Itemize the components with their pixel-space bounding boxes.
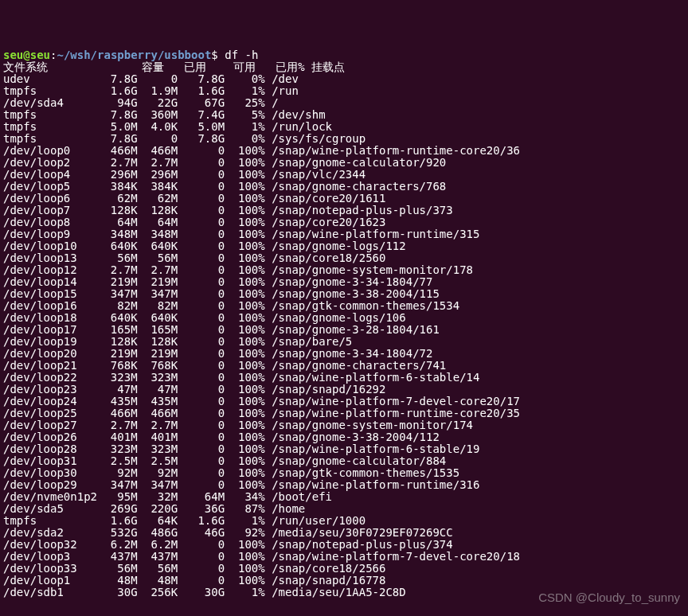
df-row: tmpfs 1.6G 64K 1.6G 1% /run/user/1000 <box>3 515 685 527</box>
df-row: /dev/loop32 6.2M 6.2M 0 100% /snap/notep… <box>3 539 685 551</box>
df-row: /dev/loop22 323M 323M 0 100% /snap/wine-… <box>3 372 685 384</box>
df-row: tmpfs 7.8G 0 7.8G 0% /sys/fs/cgroup <box>3 133 685 145</box>
df-row: /dev/loop12 2.7M 2.7M 0 100% /snap/gnome… <box>3 264 685 276</box>
df-row: /dev/loop1 48M 48M 0 100% /snap/snapd/16… <box>3 575 685 587</box>
df-row: tmpfs 7.8G 360M 7.4G 5% /dev/shm <box>3 109 685 121</box>
df-row: /dev/loop30 92M 92M 0 100% /snap/gtk-com… <box>3 467 685 479</box>
df-row: /dev/loop26 401M 401M 0 100% /snap/gnome… <box>3 431 685 443</box>
df-row: tmpfs 5.0M 4.0K 5.0M 1% /run/lock <box>3 121 685 133</box>
df-row: /dev/loop20 219M 219M 0 100% /snap/gnome… <box>3 348 685 360</box>
df-row: /dev/loop31 2.5M 2.5M 0 100% /snap/gnome… <box>3 455 685 467</box>
df-row: /dev/loop2 2.7M 2.7M 0 100% /snap/gnome-… <box>3 157 685 169</box>
df-row: /dev/loop10 640K 640K 0 100% /snap/gnome… <box>3 240 685 252</box>
prompt-path: ~/wsh/raspberry/usbboot <box>57 49 211 61</box>
df-row: /dev/loop14 219M 219M 0 100% /snap/gnome… <box>3 276 685 288</box>
df-row: /dev/loop24 435M 435M 0 100% /snap/wine-… <box>3 396 685 407</box>
df-row: /dev/loop27 2.7M 2.7M 0 100% /snap/gnome… <box>3 419 685 431</box>
df-row: /dev/nvme0n1p2 95M 32M 64M 34% /boot/efi <box>3 491 685 503</box>
df-row: /dev/loop19 128K 128K 0 100% /snap/bare/… <box>3 336 685 348</box>
df-row: /dev/sdb1 30G 256K 30G 1% /media/seu/1AA… <box>3 587 685 598</box>
terminal-output[interactable]: seu@seu:~/wsh/raspberry/usbboot$ df -h文件… <box>3 49 685 598</box>
df-row: /dev/loop0 466M 466M 0 100% /snap/wine-p… <box>3 145 685 157</box>
df-row: /dev/loop6 62M 62M 0 100% /snap/core20/1… <box>3 193 685 205</box>
prompt-host: seu <box>30 49 50 61</box>
command-text: df -h <box>225 49 258 61</box>
df-row: udev 7.8G 0 7.8G 0% /dev <box>3 73 685 85</box>
prompt-dollar: $ <box>211 49 225 61</box>
df-row: /dev/loop15 347M 347M 0 100% /snap/gnome… <box>3 288 685 300</box>
df-row: /dev/loop3 437M 437M 0 100% /snap/wine-p… <box>3 551 685 563</box>
df-row: /dev/loop21 768K 768K 0 100% /snap/gnome… <box>3 360 685 372</box>
df-row: /dev/loop9 348M 348M 0 100% /snap/wine-p… <box>3 228 685 240</box>
df-row: /dev/sda5 269G 220G 36G 87% /home <box>3 503 685 515</box>
prompt-line[interactable]: seu@seu:~/wsh/raspberry/usbboot$ df -h <box>3 49 685 61</box>
prompt-user: seu <box>3 49 23 61</box>
df-row: /dev/loop25 466M 466M 0 100% /snap/wine-… <box>3 407 685 419</box>
df-row: /dev/loop29 347M 347M 0 100% /snap/wine-… <box>3 479 685 491</box>
df-row: /dev/loop17 165M 165M 0 100% /snap/gnome… <box>3 324 685 336</box>
df-row: tmpfs 1.6G 1.9M 1.6G 1% /run <box>3 85 685 97</box>
df-row: /dev/loop16 82M 82M 0 100% /snap/gtk-com… <box>3 300 685 312</box>
df-row: /dev/loop18 640K 640K 0 100% /snap/gnome… <box>3 312 685 324</box>
df-row: /dev/loop8 64M 64M 0 100% /snap/core20/1… <box>3 216 685 228</box>
df-row: /dev/sda4 94G 22G 67G 25% / <box>3 97 685 109</box>
df-row: /dev/loop28 323M 323M 0 100% /snap/wine-… <box>3 443 685 455</box>
prompt-at: @ <box>23 49 29 61</box>
df-row: /dev/loop33 56M 56M 0 100% /snap/core18/… <box>3 563 685 575</box>
df-row: /dev/loop13 56M 56M 0 100% /snap/core18/… <box>3 252 685 264</box>
df-row: /dev/loop4 296M 296M 0 100% /snap/vlc/23… <box>3 169 685 181</box>
df-row: /dev/sda2 532G 486G 46G 92% /media/seu/3… <box>3 527 685 539</box>
df-row: /dev/loop5 384K 384K 0 100% /snap/gnome-… <box>3 181 685 193</box>
df-row: /dev/loop7 128K 128K 0 100% /snap/notepa… <box>3 205 685 216</box>
df-header-row: 文件系统 容量 已用 可用 已用% 挂载点 <box>3 61 685 73</box>
df-row: /dev/loop23 47M 47M 0 100% /snap/snapd/1… <box>3 384 685 396</box>
